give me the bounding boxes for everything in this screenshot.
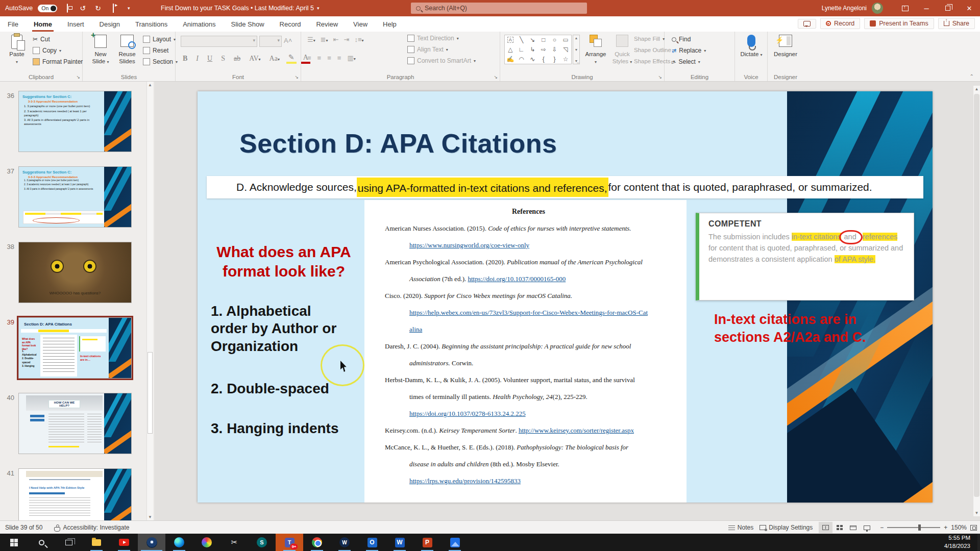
arc-shape[interactable]: ◠ <box>519 56 524 63</box>
align-left-button[interactable]: ≡ <box>307 54 311 62</box>
tab-design[interactable]: Design <box>92 16 128 32</box>
align-text-button[interactable]: Align Text▾ <box>407 46 448 53</box>
numbering-button[interactable]: ≣▾ <box>321 36 328 43</box>
clipboard-dialog-launcher[interactable]: ↘ <box>76 74 80 80</box>
right-arrow-shape[interactable]: ⇨ <box>541 46 546 53</box>
reference-link[interactable]: https://doi.org/10.1037/0000165-000 <box>468 275 566 283</box>
tab-record[interactable]: Record <box>272 16 309 32</box>
reference-link[interactable]: alina <box>409 325 422 333</box>
line-spacing-button[interactable]: ↕≡▾ <box>354 36 363 43</box>
right-brace-shape[interactable]: } <box>553 56 555 63</box>
line-shape[interactable]: ╲ <box>520 36 523 43</box>
designer-button[interactable]: Designer <box>773 34 798 58</box>
underline-button[interactable]: U <box>205 55 214 63</box>
start-slideshow-icon[interactable] <box>108 4 118 12</box>
shape-gallery-scroll[interactable]: ▲▼▼̲ <box>573 35 580 64</box>
layout-button[interactable]: Layout▾ <box>143 36 176 43</box>
accessibility-status[interactable]: Accessibility: Investigate <box>54 524 129 531</box>
search-input[interactable]: Search (Alt+Q) <box>411 3 587 14</box>
in-text-citations-note[interactable]: In-text citations are in sections A2/A2a… <box>714 311 888 346</box>
text-box-shape[interactable]: A <box>507 37 513 43</box>
share-button[interactable]: Share <box>938 18 975 29</box>
minimize-button[interactable]: ─ <box>916 0 937 16</box>
tab-review[interactable]: Review <box>308 16 346 32</box>
save-icon[interactable] <box>62 4 72 12</box>
font-name-combo[interactable] <box>181 36 257 47</box>
slideshow-view-button[interactable] <box>860 522 874 533</box>
webex-button[interactable]: W <box>331 534 358 551</box>
outlook-button[interactable]: O <box>358 534 386 551</box>
scroll-down-icon[interactable]: ▼ <box>147 515 153 519</box>
record-button[interactable]: Record <box>820 18 860 29</box>
banner-text[interactable]: D. Acknowledge sources, using APA-format… <box>207 176 923 198</box>
references-panel[interactable]: References American Nurses Association. … <box>364 200 687 503</box>
font-dialog-launcher[interactable]: ↘ <box>295 74 299 80</box>
justify-button[interactable]: ≡ <box>337 54 341 62</box>
zoom-in-button[interactable]: + <box>944 524 947 531</box>
drawing-dialog-launcher[interactable]: ↘ <box>658 74 662 80</box>
collapse-ribbon-icon[interactable]: ⌃ <box>970 73 974 79</box>
tab-insert[interactable]: Insert <box>60 16 92 32</box>
slide-39[interactable]: Section D: APA Citations D. Acknowledge … <box>198 91 933 503</box>
convert-to-smartart-button[interactable]: Convert to SmartArt▾ <box>407 57 476 64</box>
comments-button[interactable] <box>798 19 816 29</box>
edge-button[interactable] <box>165 534 193 551</box>
display-settings-button[interactable]: Display Settings <box>760 524 813 531</box>
close-button[interactable]: ✕ <box>959 0 980 16</box>
autosave-toggle[interactable]: On <box>38 5 57 12</box>
apa-question-text[interactable]: What does an APA format look like? <box>210 242 358 281</box>
replace-button[interactable]: ⇄Replace▾ <box>672 47 706 54</box>
tab-home[interactable]: Home <box>26 16 60 32</box>
tab-view[interactable]: View <box>346 16 375 32</box>
character-spacing-button[interactable]: AV▾ <box>247 55 262 63</box>
bold-button[interactable]: B <box>181 55 189 63</box>
task-view-button[interactable] <box>55 534 83 551</box>
triangle-shape[interactable]: △ <box>508 46 512 53</box>
tab-help[interactable]: Help <box>375 16 404 32</box>
new-slide-button[interactable]: New Slide ▾ <box>88 34 113 65</box>
star-shape[interactable]: ☆ <box>563 56 569 63</box>
snipping-tool-button[interactable]: ✂ <box>220 534 248 551</box>
word-button[interactable]: W <box>386 534 413 551</box>
photos-button[interactable] <box>441 534 469 551</box>
format-painter-button[interactable]: Format Painter <box>33 58 83 65</box>
change-case-button[interactable]: Aa▾ <box>267 55 282 63</box>
tab-slide-show[interactable]: Slide Show <box>223 16 272 32</box>
reference-link[interactable]: https://lrps.wgu.edu/provision/142595833 <box>409 477 521 485</box>
slide-36-thumbnail[interactable]: Suggestions for Section C: 3-3-3 Approac… <box>18 91 132 152</box>
dictate-button[interactable]: Dictate ▾ <box>739 34 764 58</box>
scroll-down-icon[interactable]: ▼ <box>973 511 980 515</box>
scroll-up-icon[interactable]: ▲ <box>147 83 153 87</box>
oval-shape[interactable]: ○ <box>553 36 556 43</box>
tab-transitions[interactable]: Transitions <box>128 16 175 32</box>
slide-37-thumbnail[interactable]: Suggestions for Section C: 3-3-3 Approac… <box>18 166 132 228</box>
grow-font-button[interactable]: A˄ <box>284 37 292 44</box>
rounded-rectangle-shape[interactable]: ▭ <box>562 36 568 43</box>
customize-quick-access-icon[interactable]: ▾ <box>124 6 134 11</box>
reference-link[interactable]: https://doi.org/10.1037/0278-6133.24.2.2… <box>409 410 526 417</box>
notes-button[interactable]: Notes <box>728 524 753 531</box>
select-button[interactable]: ▻Select▾ <box>672 58 700 65</box>
corner-shape[interactable]: ◹ <box>564 46 568 53</box>
zoom-out-button[interactable]: − <box>880 524 884 531</box>
italic-button[interactable]: I <box>194 55 201 63</box>
slide-area-scrollbar[interactable]: ▲ ▼ <box>973 86 980 516</box>
zoom-slider-thumb[interactable] <box>918 524 921 531</box>
text-shadow-button[interactable]: S <box>219 55 227 63</box>
slide-38-thumbnail[interactable]: WHOOOOO has questions? <box>18 242 132 303</box>
cut-button[interactable]: ✂Cut <box>33 36 50 43</box>
arrow-shape[interactable]: ↘ <box>530 36 535 43</box>
decrease-indent-button[interactable]: ⇤ <box>333 36 339 43</box>
slide-indicator[interactable]: Slide 39 of 50 <box>5 524 42 531</box>
rectangle-shape[interactable]: □ <box>542 36 545 43</box>
wgu-app-button[interactable] <box>138 534 165 551</box>
paragraph-dialog-launcher[interactable]: ↘ <box>494 74 498 80</box>
tab-file[interactable]: File <box>0 16 26 32</box>
paint-3d-button[interactable] <box>193 534 220 551</box>
zoom-slider[interactable] <box>887 527 940 528</box>
taskbar-clock[interactable]: 5:55 PM 4/18/2023 <box>944 534 980 551</box>
columns-button[interactable]: ▥▾ <box>347 54 355 62</box>
redo-icon[interactable]: ↻ <box>93 4 103 12</box>
elbow-arrow-shape[interactable]: ↳ <box>530 46 535 53</box>
section-button[interactable]: Section▾ <box>143 58 178 65</box>
